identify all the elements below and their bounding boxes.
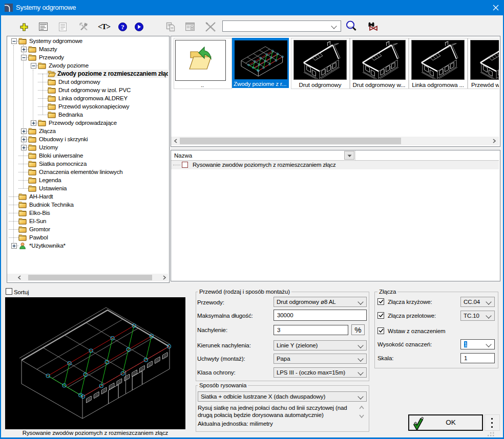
svg-text:?: ? [121,23,124,31]
